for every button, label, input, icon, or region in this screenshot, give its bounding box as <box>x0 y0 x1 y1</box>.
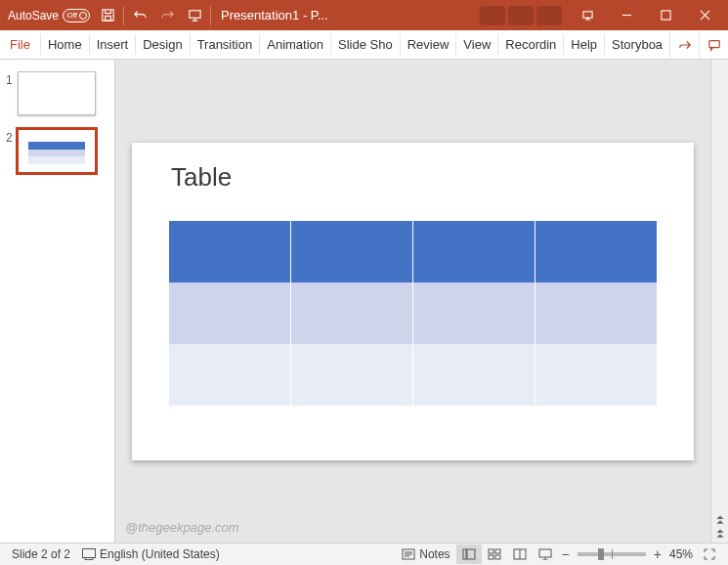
account-area <box>480 6 562 25</box>
tab-animations[interactable]: Animation <box>260 30 330 59</box>
svg-rect-4 <box>661 11 669 20</box>
minimize-button[interactable] <box>607 0 646 30</box>
tab-view[interactable]: View <box>456 30 497 59</box>
comments-button[interactable] <box>699 30 728 59</box>
zoom-out-button[interactable]: − <box>558 546 574 562</box>
tab-help[interactable]: Help <box>564 30 604 59</box>
tab-home[interactable]: Home <box>41 30 89 59</box>
zoom-level[interactable]: 45% <box>665 547 697 561</box>
thumbnail-1[interactable]: 1 <box>0 67 114 125</box>
maximize-button[interactable] <box>646 0 685 30</box>
slide-indicator[interactable]: Slide 2 of 2 <box>6 547 76 561</box>
ribbon-tabs: File Home Insert Design Transition Anima… <box>0 30 728 60</box>
language-indicator[interactable]: English (United States) <box>76 547 226 561</box>
svg-rect-13 <box>495 555 500 559</box>
zoom-in-button[interactable]: + <box>650 546 665 562</box>
notes-button[interactable]: Notes <box>396 547 455 561</box>
redo-button[interactable] <box>153 2 181 29</box>
normal-view-button[interactable] <box>456 544 482 564</box>
tab-review[interactable]: Review <box>401 30 456 59</box>
thumbnail-preview <box>18 71 96 115</box>
watermark: @thegeekpage.com <box>125 520 239 535</box>
svg-rect-5 <box>708 40 719 47</box>
autosave-label: AutoSave <box>8 9 59 22</box>
save-button[interactable] <box>94 2 121 29</box>
svg-rect-11 <box>495 549 500 553</box>
tab-file[interactable]: File <box>0 30 40 59</box>
autosave-toggle[interactable]: AutoSave Off <box>4 9 94 22</box>
svg-rect-9 <box>467 549 475 559</box>
ribbon-options-button[interactable] <box>568 0 607 30</box>
close-button[interactable] <box>685 0 724 30</box>
tab-transitions[interactable]: Transition <box>191 30 260 59</box>
next-slide-icon[interactable] <box>714 527 726 539</box>
zoom-slider[interactable] <box>578 552 646 556</box>
svg-rect-10 <box>489 549 493 553</box>
prev-slide-icon[interactable] <box>714 513 726 525</box>
reading-view-button[interactable] <box>507 544 533 564</box>
svg-rect-15 <box>539 549 551 557</box>
slide-canvas[interactable]: Table @thegeekpage.com <box>115 60 710 543</box>
svg-rect-1 <box>105 16 110 21</box>
slide: Table <box>132 143 694 460</box>
inserted-table[interactable] <box>169 221 657 407</box>
slide-title[interactable]: Table <box>171 162 232 193</box>
svg-rect-12 <box>489 555 493 559</box>
workspace: 1 2 Table @thegeekpage.com <box>0 60 728 543</box>
fit-to-window-button[interactable] <box>697 544 722 564</box>
undo-button[interactable] <box>126 2 153 29</box>
thumbnail-preview <box>18 129 96 173</box>
tab-design[interactable]: Design <box>136 30 189 59</box>
start-slideshow-button[interactable] <box>181 2 208 29</box>
tab-insert[interactable]: Insert <box>90 30 136 59</box>
window-title: Presentation1 - P... <box>221 8 328 22</box>
tab-slideshow[interactable]: Slide Sho <box>331 30 400 59</box>
slideshow-view-button[interactable] <box>533 544 558 564</box>
slide-thumbnails-panel: 1 2 <box>0 60 115 543</box>
vertical-scrollbar[interactable] <box>710 60 728 543</box>
share-button[interactable] <box>669 30 699 59</box>
title-bar: AutoSave Off Presentation1 - P... <box>0 0 728 30</box>
svg-rect-8 <box>463 549 466 559</box>
svg-rect-6 <box>83 549 96 558</box>
toggle-off-icon: Off <box>63 9 90 22</box>
slide-sorter-view-button[interactable] <box>482 544 507 564</box>
tab-recording[interactable]: Recordin <box>498 30 563 59</box>
thumbnail-2[interactable]: 2 <box>0 125 114 183</box>
tab-storyboard[interactable]: Storyboa <box>605 30 669 59</box>
status-bar: Slide 2 of 2 English (United States) Not… <box>0 543 728 565</box>
svg-rect-2 <box>189 11 199 19</box>
svg-rect-0 <box>102 10 112 21</box>
